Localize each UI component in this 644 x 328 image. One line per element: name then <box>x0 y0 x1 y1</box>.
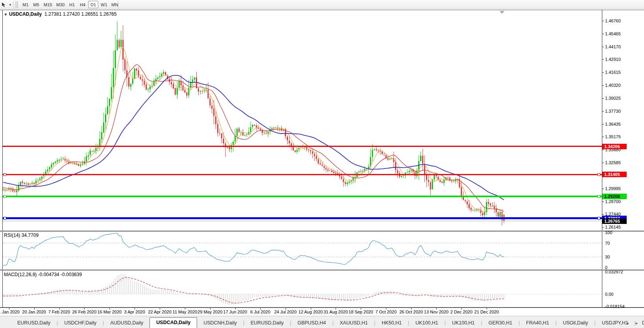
time-axis-label: 2 Dec 2020 <box>450 310 472 314</box>
macd-signal-line <box>3 277 504 303</box>
chart-tab-audusd-daily[interactable]: AUDUSD,Daily <box>104 319 149 328</box>
time-axis-label: 22 Apr 2020 <box>148 310 171 314</box>
price-axis-tick <box>602 163 604 163</box>
time-axis-line <box>0 307 644 308</box>
chart-tab-gbpusd-h4[interactable]: GBPUSD,H4 <box>291 319 332 328</box>
current-price-line <box>3 221 602 221</box>
timeframe-button-mn[interactable]: MN <box>109 1 120 8</box>
timeframe-button-m5[interactable]: M5 <box>31 1 41 8</box>
chart-title: ▼USDCAD,Daily 1.27381 1.27420 1.26551 1.… <box>4 11 116 17</box>
price-axis-tick <box>602 34 604 34</box>
horizontal-level-line-1.29208[interactable] <box>3 196 602 197</box>
level-anchor-handle[interactable] <box>4 217 6 220</box>
main-chart-canvas[interactable] <box>3 10 602 231</box>
chart-tab-ger30-h1[interactable]: GER30,H1 <box>482 319 519 328</box>
time-axis-label: 12 Aug 2020 <box>299 310 323 314</box>
macd-label: MACD(12,26,9) -0.004734 -0.003639 <box>4 272 82 277</box>
rsi-axis-label: 100 <box>605 230 612 235</box>
chart-tab-eurusd-daily[interactable]: EURUSD,Daily <box>244 319 290 328</box>
toolbar-separator <box>13 1 14 9</box>
time-axis-label: 7 Feb 2020 <box>48 310 70 314</box>
chart-tab-eurusd-daily[interactable]: EURUSD,Daily <box>11 319 57 328</box>
price-axis-label: 1.39025 <box>605 95 621 101</box>
level-anchor-handle[interactable] <box>598 217 600 220</box>
price-axis-tick <box>602 150 604 150</box>
price-axis-label: 1.35175 <box>605 134 621 139</box>
chart-tab-uk100-h1[interactable]: UK100,H1 <box>409 319 445 328</box>
price-axis-tick <box>602 124 604 125</box>
price-axis-label: 1.44170 <box>605 44 621 49</box>
timeframe-button-m30[interactable]: M30 <box>54 1 66 8</box>
price-axis-tick <box>602 189 604 189</box>
price-axis-tick <box>602 227 604 227</box>
level-price-badge: 1.29208 <box>602 194 627 199</box>
time-axis-tick <box>109 308 110 310</box>
price-axis-label: 1.45465 <box>605 31 621 37</box>
level-anchor-handle[interactable] <box>4 195 6 198</box>
horizontal-level-line-1.27027[interactable] <box>3 217 602 219</box>
time-axis-tick <box>185 308 185 310</box>
top-toolbar: ▼ M1M5M15M30H1H4D1W1MN <box>0 0 644 9</box>
toolbar-grip <box>17 2 18 8</box>
rsi-line <box>3 233 504 266</box>
time-axis-label: 17 Jun 2020 <box>223 310 247 314</box>
time-axis-tick <box>361 308 361 310</box>
chart-tab-bar: EURUSD,Daily|USDCHF,Daily|AUDUSD,DailyUS… <box>0 316 644 328</box>
chart-tab-fra40-h1[interactable]: FRA40,H1 <box>520 319 555 328</box>
time-axis-label: 3 Apr 2020 <box>124 310 145 314</box>
tab-scroll-arrows[interactable]: ◂ ▸ <box>626 321 641 325</box>
price-axis-tick <box>602 137 604 137</box>
time-axis-tick <box>436 308 437 310</box>
horizontal-level-line-1.31405[interactable] <box>3 174 602 175</box>
chart-tab-usdcnh-daily[interactable]: USDCNH,Daily <box>197 319 243 328</box>
price-axis-label: 1.29995 <box>605 186 621 191</box>
level-anchor-handle[interactable] <box>598 173 600 176</box>
cursor-tool-icon[interactable] <box>0 1 7 8</box>
time-axis-label: 21 Dec 2020 <box>474 310 499 314</box>
price-axis-tick <box>602 111 604 112</box>
timeframe-button-d1[interactable]: D1 <box>88 1 98 8</box>
timeframe-button-h1[interactable]: H1 <box>67 1 77 8</box>
chart-tab-usoil-daily[interactable]: USOil,Daily <box>557 319 594 328</box>
price-axis-label: 1.46760 <box>605 18 621 24</box>
time-axis-tick <box>135 308 135 310</box>
time-axis-label: 1 Jan 2020 <box>0 310 20 314</box>
toolbar-separator <box>118 1 118 9</box>
rsi-axis-label: 70 <box>605 240 610 246</box>
chart-tab-xauusd-h1[interactable]: XAUUSD,H1 <box>334 319 375 328</box>
cursor-tool-dropdown-icon[interactable]: ▼ <box>9 3 12 7</box>
time-axis-label: 31 Aug 2020 <box>323 310 348 314</box>
level-anchor-handle[interactable] <box>4 173 6 176</box>
macd-axis-label: 0.00 <box>605 291 613 297</box>
time-axis-label: 13 Nov 2020 <box>424 310 448 314</box>
chart-tab-hk50-h1[interactable]: HK50,H1 <box>375 319 408 328</box>
time-axis-tick <box>487 308 487 310</box>
timeframe-button-h4[interactable]: H4 <box>78 1 88 8</box>
price-axis-label: 1.40320 <box>605 82 621 88</box>
price-axis-line <box>602 10 602 308</box>
time-axis-tick <box>311 308 311 310</box>
chart-tab-usdcad-daily[interactable]: USDCAD,Daily <box>149 317 197 328</box>
quick-trade-toggle-icon[interactable]: ▼ <box>4 13 7 16</box>
time-axis-tick <box>9 308 9 310</box>
price-axis-label: 1.32585 <box>605 160 621 165</box>
timeframe-button-w1[interactable]: W1 <box>99 1 109 8</box>
ma-5-line <box>3 47 504 216</box>
timeframe-button-m1[interactable]: M1 <box>20 1 31 8</box>
time-axis-tick <box>34 308 35 310</box>
chart-tab-uk100-h1[interactable]: UK100,H1 <box>446 319 481 328</box>
macd-canvas[interactable] <box>3 271 602 307</box>
time-axis-label: 29 May 2020 <box>197 310 223 314</box>
time-axis-label: 24 Jul 2020 <box>274 310 297 314</box>
chart-shift-marker-icon[interactable] <box>500 11 504 14</box>
time-axis-tick <box>461 308 462 310</box>
price-axis-tick <box>602 98 604 99</box>
time-axis-label: 18 Sep 2020 <box>349 310 373 314</box>
price-axis-tick <box>602 21 604 21</box>
rsi-canvas[interactable] <box>3 232 602 269</box>
rsi-label: RSI(14) 34.7709 <box>4 233 39 238</box>
level-anchor-handle[interactable] <box>598 195 600 198</box>
horizontal-level-line-1.34206[interactable] <box>3 146 602 147</box>
timeframe-button-m15[interactable]: M15 <box>42 1 54 8</box>
chart-tab-usdchf-daily[interactable]: USDCHF,Daily <box>58 319 103 328</box>
